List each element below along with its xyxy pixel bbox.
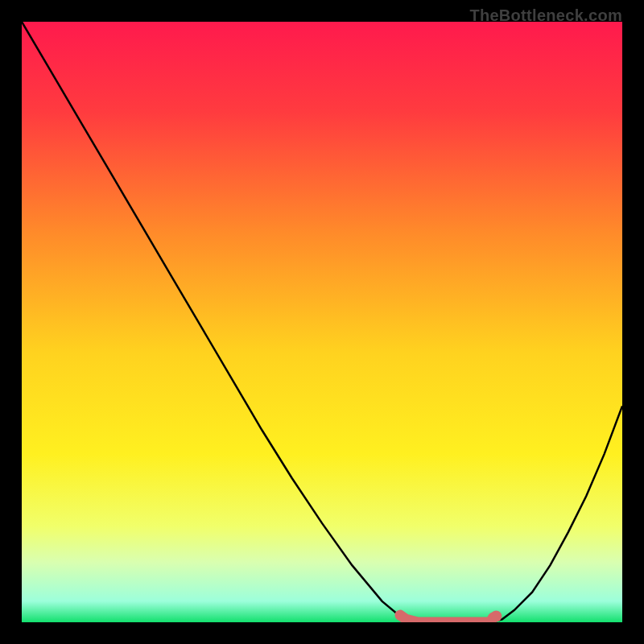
chart-frame: TheBottleneck.com bbox=[0, 0, 644, 644]
gradient-background bbox=[22, 22, 622, 622]
chart-svg bbox=[22, 22, 622, 622]
end-dot bbox=[490, 611, 502, 622]
plot-area bbox=[22, 22, 622, 622]
